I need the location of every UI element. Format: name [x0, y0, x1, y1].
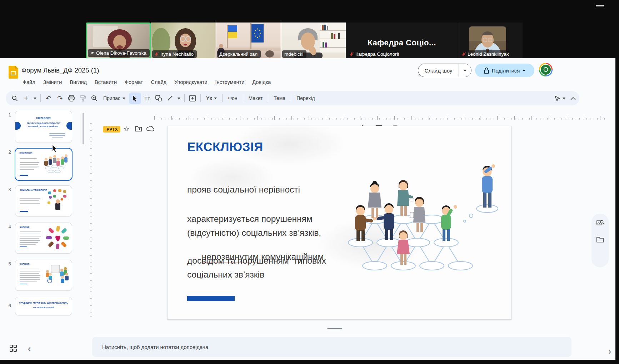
search-menus-icon[interactable] [9, 93, 20, 104]
star-icon[interactable]: ☆ [123, 125, 130, 133]
video-tile-iryna[interactable]: Iryna Nechitailo [151, 23, 216, 59]
slideshow-options-button[interactable] [459, 70, 471, 71]
toolbar-divider [200, 94, 201, 102]
person-teal-woman [397, 180, 414, 216]
slide-thumbnail-2-selected[interactable]: ЕКСКЛЮЗІЯ [15, 148, 73, 181]
transition-button[interactable]: Перехід [294, 95, 318, 101]
textbox-tool[interactable]: Tт [142, 93, 153, 104]
thumb-illustration [46, 226, 70, 249]
video-tile-mdebicki[interactable]: mdebicki [281, 23, 346, 59]
participant-name: Дзеркальний зал [219, 51, 258, 57]
video-tile-leonid[interactable]: Leonid Zashkilnyak [458, 23, 523, 59]
minimize-button[interactable] [596, 5, 604, 6]
grid-view-icon[interactable] [10, 345, 17, 352]
toolbar-divider [243, 94, 243, 102]
menu-arrange[interactable]: Упорядкувати [170, 79, 211, 86]
person-phone-woman [410, 197, 425, 232]
slide-thumbnail-1[interactable]: ІНКЛЮЗІЯ: РЕСУРС СОЦІАЛЬНОЇ СТІЙКОСТІ У … [15, 111, 72, 143]
cloud-status-icon[interactable] [146, 126, 154, 131]
slide-text-line[interactable]: (відсутністю) соціальних зв’язків, [187, 228, 321, 238]
insert-image-tool[interactable] [187, 93, 198, 104]
filmstrip-scrollbar[interactable] [83, 113, 84, 144]
menu-tools[interactable]: Інструменти [211, 79, 249, 86]
participant-name: Iryna Nechitailo [160, 51, 194, 57]
share-button[interactable]: Поділитися [475, 64, 534, 77]
fit-zoom-dropdown[interactable]: Припас [100, 95, 128, 101]
slide-thumbnail-4[interactable]: ІНКЛЮЗІЯ [15, 223, 72, 254]
hide-menus-icon[interactable] [570, 97, 576, 100]
menu-slide[interactable]: Слайд [147, 79, 171, 86]
slides-app-icon[interactable] [9, 66, 18, 79]
layout-button[interactable]: Макет [246, 95, 266, 101]
menu-help[interactable]: Довідка [248, 79, 275, 86]
slide-number-4: 4 [6, 224, 13, 229]
undo-icon[interactable]: ↶ [43, 93, 54, 104]
slideshow-button[interactable]: Слайд-шоу [418, 64, 471, 77]
pointer-caret-icon[interactable] [563, 98, 565, 99]
input-tools-dropdown[interactable]: Yк [203, 95, 220, 101]
mic-muted-icon [154, 52, 159, 56]
menu-edit[interactable]: Змінити [39, 79, 66, 86]
menu-format[interactable]: Формат [121, 79, 147, 86]
toolbar-divider [40, 94, 41, 102]
slide-thumbnail-5[interactable]: ІНКЛЮЗІЯ [15, 260, 72, 291]
pin-icon [90, 51, 94, 55]
print-icon[interactable] [66, 93, 77, 104]
slide-text-line[interactable]: соціальних зв’язків [187, 270, 264, 280]
thumb-title: ІНКЛЮЗІЯ [20, 226, 29, 228]
notes-resize-handle[interactable] [327, 328, 342, 329]
thumb-title: ТРАДИЦІЙНІ ГРУПИ ОСІБ, ЩО ПЕРЕБУВАЮТЬ [15, 302, 72, 304]
menu-insert[interactable]: Вставити [91, 79, 121, 86]
background-button[interactable]: Фон [225, 95, 240, 101]
slide-accent-bar[interactable] [187, 296, 235, 301]
slide-text-line[interactable]: характеризується порушенням [187, 214, 313, 224]
slide-thumbnail-3[interactable]: СОЦІАЛЬНА ТЕХНОЛОГІЯ [15, 185, 72, 216]
horizontal-ruler-major [154, 116, 607, 120]
vertical-ruler [90, 123, 92, 320]
mouse-cursor [52, 145, 58, 153]
move-folder-icon[interactable] [135, 126, 142, 132]
folder-icon[interactable] [596, 236, 604, 243]
account-avatar[interactable]: O [539, 63, 553, 76]
toolbar-divider [222, 94, 223, 102]
line-tool[interactable] [165, 93, 175, 104]
slide-number-2: 2 [6, 149, 13, 155]
slide-thumbnail-6[interactable]: ТРАДИЦІЙНІ ГРУПИ ОСІБ, ЩО ПЕРЕБУВАЮТЬ В … [15, 297, 72, 315]
expand-right-icon[interactable]: › [608, 346, 611, 356]
pptx-badge: .PPTX [103, 126, 120, 133]
speaker-notes-box[interactable]: Натисніть, щоб додати нотатки доповідача [92, 337, 571, 357]
thumb-shape [66, 122, 72, 130]
slide-title[interactable]: ЕКСКЛЮЗІЯ [187, 140, 263, 154]
video-tile-kafedra[interactable]: Кафедра Соціо... Кафедра Соціології [346, 23, 458, 59]
slide-number-1: 1 [6, 112, 13, 118]
select-tool[interactable] [129, 93, 141, 104]
new-slide-caret-icon[interactable] [34, 98, 36, 99]
person-gray-suit-woman [368, 181, 381, 218]
slide-text-line[interactable]: прояв соціальної нерівності [187, 185, 300, 195]
video-tile-olena[interactable]: Olena Dikova-Favorska [86, 23, 151, 59]
menu-file[interactable]: Файл [19, 79, 39, 86]
theme-button[interactable]: Тема [271, 95, 288, 101]
video-tile-room[interactable]: Дзеркальний зал [216, 23, 281, 59]
menu-view[interactable]: Вигляд [66, 79, 91, 86]
shape-tool[interactable] [153, 93, 164, 104]
slide-illustration-people-network[interactable] [335, 143, 514, 293]
participant-label: Olena Dikova-Favorska [88, 49, 150, 57]
laser-pointer-icon[interactable] [554, 95, 560, 101]
new-slide-button[interactable]: + [21, 93, 31, 104]
thumb-illustration [40, 153, 68, 175]
collapse-filmstrip-icon[interactable]: ‹ [28, 344, 31, 354]
redo-icon[interactable]: ↷ [55, 93, 65, 104]
image-search-icon[interactable] [596, 219, 604, 226]
doc-title[interactable]: Форум Львів_ДФ 2025 (1) [21, 66, 99, 74]
paint-format-icon[interactable] [78, 93, 88, 104]
slide-text-line[interactable]: досвідом та порушенням типових [187, 256, 326, 266]
thumb-title: ЕКСКЛЮЗІЯ [20, 152, 33, 154]
person-green-boy [441, 205, 457, 241]
outer-window-edge [615, 0, 619, 364]
thumb-illustration [46, 189, 69, 211]
slide-canvas[interactable]: ЕКСКЛЮЗІЯ прояв соціальної нерівності ха… [167, 126, 511, 320]
zoom-icon[interactable] [89, 93, 100, 104]
line-tool-caret-icon[interactable] [178, 98, 180, 99]
participant-label: mdebicki [282, 50, 306, 58]
